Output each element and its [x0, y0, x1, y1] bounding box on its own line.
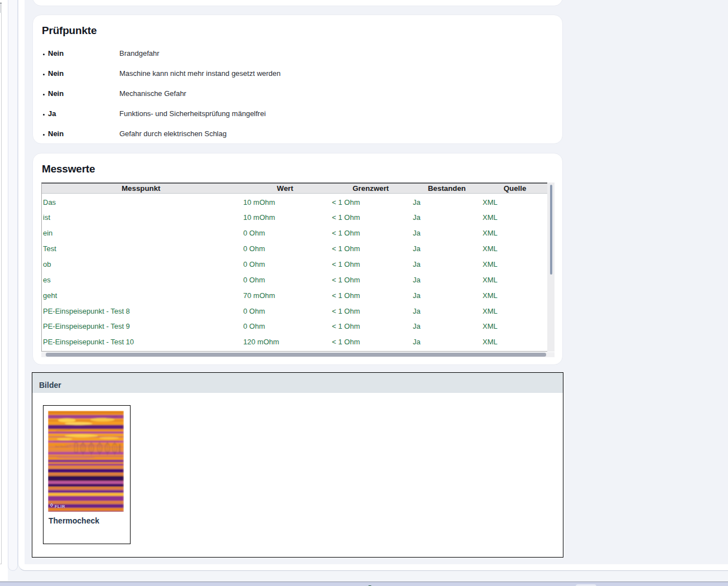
svg-text:FLIR: FLIR — [55, 503, 65, 508]
svg-text:Jhd Wertes 7: Jhd Wertes 7 — [55, 444, 71, 448]
